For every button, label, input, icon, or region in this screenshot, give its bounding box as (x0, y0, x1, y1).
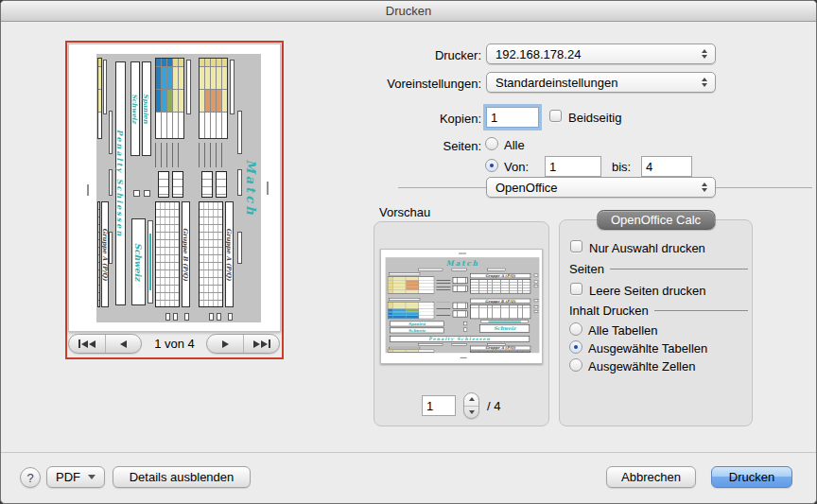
sheet-final-label (480, 320, 528, 322)
sheet-groupB-table (155, 58, 184, 139)
sheet-bracket-box (217, 313, 221, 321)
sheet-print-area: Match Gruppe A (P/Q) (96, 54, 261, 322)
sheet-groupA-table (199, 58, 228, 139)
calc-panel-title: OpenOffice Calc (597, 210, 715, 230)
page-footer-mark (87, 184, 89, 196)
print-label: Drucken (729, 470, 774, 484)
sheet-winner-schweiz: Schweiz (479, 324, 530, 333)
pages-group-heading: Seiten (569, 262, 748, 276)
sheet-info-box (109, 111, 113, 154)
sheet-groupA2-standing (97, 201, 100, 307)
content-group-heading: Inhalt Drucken (569, 304, 748, 318)
sheet-groupA2-subhead (103, 60, 107, 114)
duplex-checkbox[interactable] (549, 110, 562, 122)
rotated-sheet-mount: Match Gruppe A (P/Q) (76, 46, 274, 330)
printer-label: Drucker: (313, 48, 481, 62)
sheet-info-box (237, 169, 242, 196)
pages-from-label: Von: (504, 160, 529, 174)
pages-from-input[interactable] (545, 156, 601, 177)
print-button[interactable]: Drucken (711, 466, 792, 488)
sheet-country-names (436, 277, 450, 293)
next-page-button[interactable] (207, 335, 243, 353)
selected-cells-label: Ausgewählte Zellen (588, 359, 695, 374)
content-group-label: Inhalt Drucken (569, 304, 649, 318)
sheet-penalty-banner: Penalty Schiessen (115, 61, 126, 305)
sheet-groupA-header: Gruppe A (P/Q) (470, 273, 530, 278)
sheet-final-label (148, 220, 153, 304)
app-options-select[interactable]: OpenOffice (486, 177, 716, 198)
sheet-groupA2-row (97, 58, 102, 139)
page-step-down-button[interactable] (464, 406, 478, 419)
printer-select[interactable]: 192.168.178.24 (486, 43, 716, 64)
spreadsheet-page-preview: Match Gruppe A (P/Q) (76, 46, 274, 330)
step-up-icon (469, 397, 475, 401)
title-bar: Drucken (1, 1, 816, 22)
page-footer-mark (461, 357, 467, 358)
all-tables-label: Alle Tabellen (588, 323, 657, 338)
selected-cells-radio[interactable] (569, 358, 582, 372)
presets-value: Standardeinstellungen (495, 76, 617, 90)
sheet-info-box (237, 232, 242, 264)
preview-section-label: Vorschau (379, 205, 430, 219)
sheet-groupA2-header: Gruppe A (P/Q) (101, 201, 109, 307)
sheet-bracket-box (534, 274, 539, 277)
spreadsheet-page-preview: Match Gruppe A (P/Q) (381, 250, 543, 364)
sheet-score-grid (453, 286, 468, 292)
copies-input[interactable] (486, 107, 539, 128)
presets-select[interactable]: Standardeinstellungen (486, 72, 716, 93)
sheet-country-names (436, 303, 450, 319)
cancel-button[interactable]: Abbrechen (606, 466, 696, 488)
help-button[interactable]: ? (20, 467, 41, 488)
hide-details-label: Details ausblenden (130, 470, 235, 484)
hide-details-button[interactable]: Details ausblenden (113, 466, 251, 488)
sheet-info-box (418, 269, 443, 271)
pdf-button-label: PDF (56, 470, 80, 484)
sheet-groupA-header: Gruppe A (P/Q) (225, 201, 234, 307)
sheet-bracket-box (184, 313, 189, 321)
sheet-groupA-standing (470, 279, 530, 293)
sheet-groupA-standing (199, 201, 223, 307)
pages-from-radio[interactable] (485, 159, 498, 172)
presets-label: Voreinstellungen: (313, 77, 481, 91)
sheet-info-box (237, 111, 242, 154)
selected-tables-radio[interactable] (569, 340, 582, 354)
sheet-score-grid (201, 171, 213, 198)
next-page-icon (222, 340, 229, 348)
preview-page-input[interactable] (422, 395, 456, 416)
sheet-country-names (155, 143, 183, 167)
sheet-groupA-subhead (230, 60, 235, 114)
popup-arrows-icon (700, 44, 709, 63)
sheet-score-grid (453, 277, 468, 284)
sheet-result-spanien: Spanien (142, 61, 151, 156)
last-page-button[interactable] (243, 335, 279, 353)
pages-all-radio[interactable] (485, 137, 498, 150)
footer-separator (1, 452, 817, 453)
document-preview-widget: Match Gruppe A (P/Q) (65, 41, 284, 359)
pages-to-label: bis: (612, 160, 631, 174)
sheet-groupA2-row (388, 350, 434, 353)
page-step-up-button[interactable] (464, 393, 478, 406)
preview-page-total: / 4 (487, 399, 500, 413)
sheet-info-box (452, 343, 467, 345)
empty-pages-checkbox[interactable] (570, 283, 582, 295)
sheet-groupA2-standing (470, 351, 530, 353)
sheet-score-grid (453, 310, 468, 317)
pages-all-label: Alle (504, 138, 525, 152)
pdf-menu-button[interactable]: PDF (46, 466, 105, 488)
last-page-icon (261, 340, 268, 348)
page-header-mark (459, 252, 466, 253)
pages-label: Seiten: (313, 139, 481, 153)
sheet-groupA2-header: Gruppe A (P/Q) (470, 346, 530, 351)
pages-to-input[interactable] (641, 156, 692, 177)
sheet-bracket-box (173, 313, 178, 321)
step-down-icon (469, 410, 475, 414)
preview-page-stepper (463, 392, 479, 419)
sheet-info-box (452, 269, 467, 271)
sheet-print-area: Match Gruppe A (P/Q) (386, 257, 540, 353)
print-dialog: Drucken Match Gruppe A (P/Q) (0, 0, 817, 504)
only-selection-label: Nur Auswahl drucken (589, 241, 705, 255)
all-tables-radio[interactable] (569, 322, 582, 336)
sheet-title-match: Match (386, 259, 540, 268)
large-page-preview: Match Gruppe A (P/Q) (68, 43, 281, 332)
only-selection-checkbox[interactable] (570, 240, 582, 252)
